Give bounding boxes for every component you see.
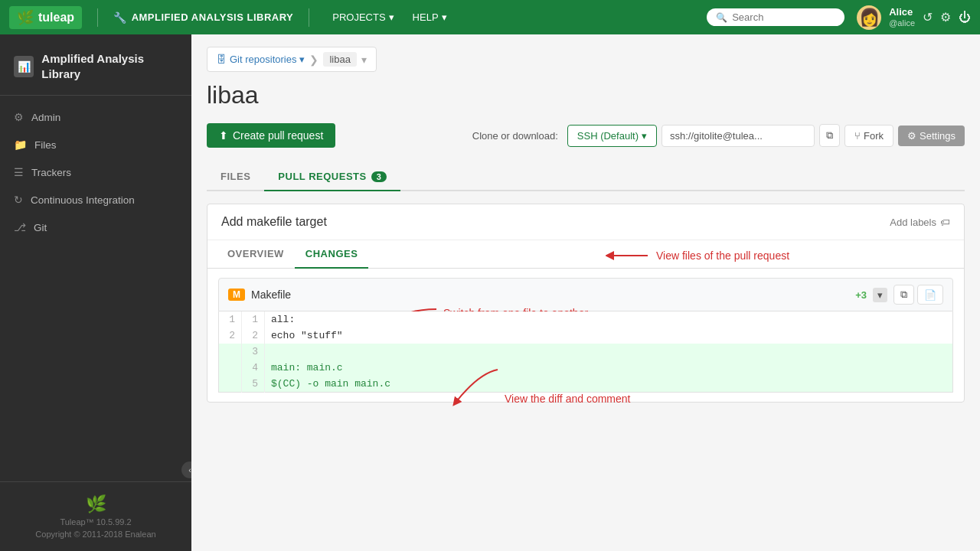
diff-container: M Makefile +3 ▾ ⧉ 📄 [207,269,964,402]
sidebar-project-title: Amplified Analysis Library [41,51,178,81]
tab-changes[interactable]: CHANGES [295,240,369,269]
diff-action-buttons: ⧉ 📄 [893,285,943,305]
tab-pull-requests[interactable]: PULL REQUESTS 3 [264,163,400,191]
breadcrumb-separator: ❯ [309,54,318,66]
sidebar-item-ci[interactable]: ↻ Continuous Integration [0,186,191,214]
diff-file-header: M Makefile +3 ▾ ⧉ 📄 [218,278,953,311]
diff-copy-button[interactable]: ⧉ [893,285,914,305]
tuleap-logo-text: tuleap [38,11,74,24]
sidebar-footer: 🌿 Tuleap™ 10.5.99.2 Copyright © 2011-201… [0,481,191,551]
tuleap-footer-icon: 🌿 [86,494,106,514]
diff-line-new-4: 4 [242,360,265,376]
admin-icon: ⚙ [14,111,24,123]
diff-row-3: 3 [219,344,953,360]
fork-icon: ⑂ [854,130,861,142]
search-box: 🔍 [707,8,844,26]
diff-line-old-5 [219,376,242,393]
create-pull-request-button[interactable]: ⬆ Create pull request [207,123,335,148]
pr-title: Add makefile target [221,215,327,229]
git-repos-icon: 🗄 [217,54,227,65]
sidebar-item-label-git: Git [34,222,47,233]
pr-tabs-container: OVERVIEW CHANGES View files of the pull … [207,240,964,269]
topnav-user-area: 👩 Alice @alice ↺ ⚙ ⏻ [857,5,971,30]
diff-row-1: 1 1 all: [219,311,953,328]
git-icon: ⎇ [14,221,26,233]
annotation-text-view-diff: View the diff and comment [505,393,630,405]
help-menu[interactable]: HELP ▾ [405,7,455,28]
settings-icon[interactable]: ⚙ [940,10,951,24]
projects-menu[interactable]: PROJECTS ▾ [325,7,401,28]
ci-icon: ↻ [14,194,23,206]
diff-line-old-2: 2 [219,328,242,344]
pr-panel: Add makefile target Add labels 🏷 OVERVIE… [207,204,965,403]
diff-code-4: main: main.c [265,360,953,376]
copy-url-button[interactable]: ⧉ [819,124,840,147]
sidebar: 📊 Amplified Analysis Library ⚙ Admin 📁 F… [0,34,191,551]
topnav-separator2 [309,8,309,27]
sidebar-item-trackers[interactable]: ☰ Trackers [0,158,191,186]
settings-gear-icon: ⚙ [907,130,916,142]
topnav: 🌿 tuleap 🔧 AMPLIFIED ANALYSIS LIBRARY PR… [0,0,980,34]
diff-additions-count: +3 [855,289,867,301]
search-input[interactable] [732,11,835,23]
pr-header: Add makefile target Add labels 🏷 [207,204,964,240]
sidebar-item-label-files: Files [34,139,57,151]
sidebar-header: 📊 Amplified Analysis Library [0,34,191,96]
pr-inner-tabs: OVERVIEW CHANGES [207,240,964,269]
diff-file-badge: M [228,289,245,301]
tab-overview[interactable]: OVERVIEW [217,240,295,269]
user-avatar-decorative: 👩 [857,5,881,30]
projects-dropdown-icon: ▾ [389,11,394,23]
ssh-url-input[interactable] [662,125,815,147]
search-icon: 🔍 [716,12,727,23]
diff-line-old-3 [219,344,242,360]
diff-file-name: Makefile [251,289,849,301]
sidebar-item-label-admin: Admin [31,112,60,123]
diff-line-new-3: 3 [242,344,265,360]
topnav-separator [97,8,98,27]
repo-settings-button[interactable]: ⚙ Settings [898,126,965,146]
topnav-project-name: 🔧 AMPLIFIED ANALYSIS LIBRARY [113,11,293,24]
ssh-dropdown-button[interactable]: SSH (Default) ▾ [567,125,657,147]
sidebar-item-admin[interactable]: ⚙ Admin [0,103,191,131]
breadcrumb: 🗄 Git repositories ▾ ❯ libaa ▾ [207,47,377,72]
trackers-icon: ☰ [14,166,24,178]
help-dropdown-icon: ▾ [442,11,447,23]
project-icon: 🔧 [113,11,127,24]
sidebar-nav: ⚙ Admin 📁 Files ☰ Trackers ↻ Continuous … [0,96,191,458]
breadcrumb-current: libaa [323,52,356,67]
diff-code-5: $(CC) -o main main.c [265,376,953,393]
breadcrumb-current-dropdown[interactable]: ▾ [361,54,367,66]
diff-code-3 [265,344,953,360]
create-pr-icon: ⬆ [219,129,228,142]
add-labels-button[interactable]: Add labels 🏷 [890,217,950,228]
breadcrumb-git-repos[interactable]: 🗄 Git repositories ▾ [217,54,305,65]
diff-line-new-5: 5 [242,376,265,393]
diff-table: 1 1 all: 2 2 echo "stuff" [218,311,953,393]
username: Alice [889,6,915,18]
tab-files[interactable]: FILES [207,163,264,191]
diff-expand-button[interactable]: ▾ [873,288,887,302]
fork-button[interactable]: ⑂ Fork [844,125,893,147]
user-menu[interactable]: Alice @alice [889,6,915,28]
sidebar-project-icon: 📊 [14,56,34,77]
clone-controls: SSH (Default) ▾ ⧉ ⑂ Fork ⚙ Settings [567,124,965,147]
page-title: libaa [207,81,965,109]
sidebar-item-files[interactable]: 📁 Files [0,131,191,158]
tuleap-logo[interactable]: 🌿 tuleap [9,6,82,29]
history-icon[interactable]: ↺ [923,10,933,24]
diff-table-wrapper: 1 1 all: 2 2 echo "stuff" [218,311,953,393]
ssh-dropdown-icon: ▾ [642,130,647,142]
diff-view-button[interactable]: 📄 [917,285,943,305]
sidebar-item-label-trackers: Trackers [31,167,71,178]
repo-tabs: FILES PULL REQUESTS 3 [207,163,965,191]
sidebar-item-git[interactable]: ⎇ Git [0,214,191,241]
diff-row-4: 4 main: main.c [219,360,953,376]
tuleap-logo-icon: 🌿 [17,9,34,26]
tuleap-version: Tuleap™ 10.5.99.2 [60,517,131,527]
action-bar: ⬆ Create pull request Clone or download:… [207,123,965,148]
pull-requests-badge: 3 [371,171,387,182]
sidebar-collapse-button[interactable]: ‹ [181,461,191,478]
diff-row-5: 5 $(CC) -o main main.c [219,376,953,393]
power-icon[interactable]: ⏻ [959,11,971,24]
